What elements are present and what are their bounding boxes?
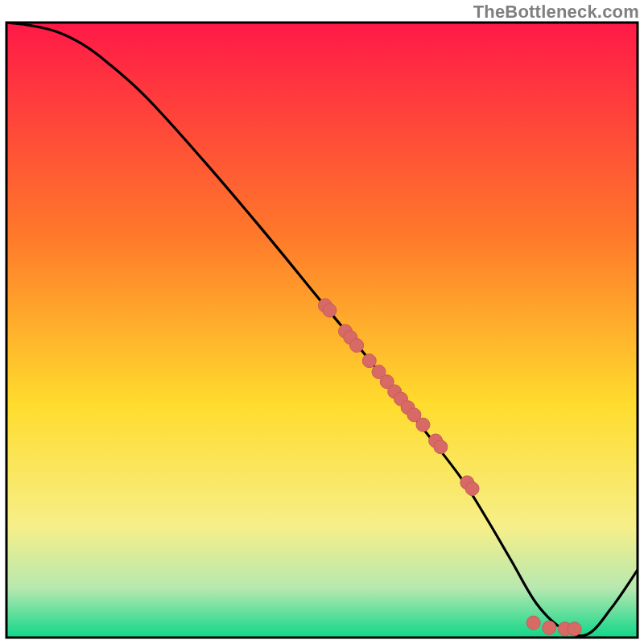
scatter-point bbox=[350, 339, 364, 353]
chart-stage: TheBottleneck.com bbox=[0, 0, 644, 644]
scatter-point bbox=[323, 303, 336, 317]
scatter-point bbox=[465, 482, 479, 496]
watermark-text: TheBottleneck.com bbox=[473, 2, 639, 23]
scatter-point bbox=[526, 616, 540, 630]
scatter-point bbox=[416, 418, 430, 431]
gradient-background bbox=[6, 23, 638, 638]
scatter-point bbox=[434, 440, 448, 454]
scatter-point bbox=[543, 621, 556, 634]
scatter-point bbox=[568, 622, 581, 636]
chart-svg bbox=[6, 23, 638, 638]
scatter-point bbox=[362, 354, 376, 368]
